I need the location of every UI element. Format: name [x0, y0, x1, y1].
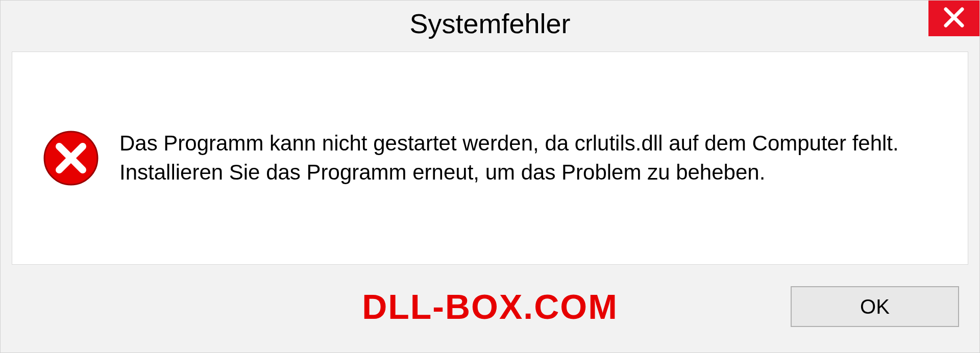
error-icon — [43, 130, 99, 186]
dialog-footer: DLL-BOX.COM OK — [1, 276, 979, 352]
error-dialog: Systemfehler Das Programm kann nicht ges… — [0, 0, 980, 353]
ok-button[interactable]: OK — [791, 286, 959, 327]
dialog-title: Systemfehler — [409, 8, 570, 39]
titlebar: Systemfehler — [1, 1, 979, 46]
close-button[interactable] — [928, 1, 979, 36]
close-icon — [943, 6, 965, 31]
content-panel: Das Programm kann nicht gestartet werden… — [12, 52, 968, 265]
error-message: Das Programm kann nicht gestartet werden… — [119, 129, 937, 187]
watermark-text: DLL-BOX.COM — [362, 287, 618, 326]
